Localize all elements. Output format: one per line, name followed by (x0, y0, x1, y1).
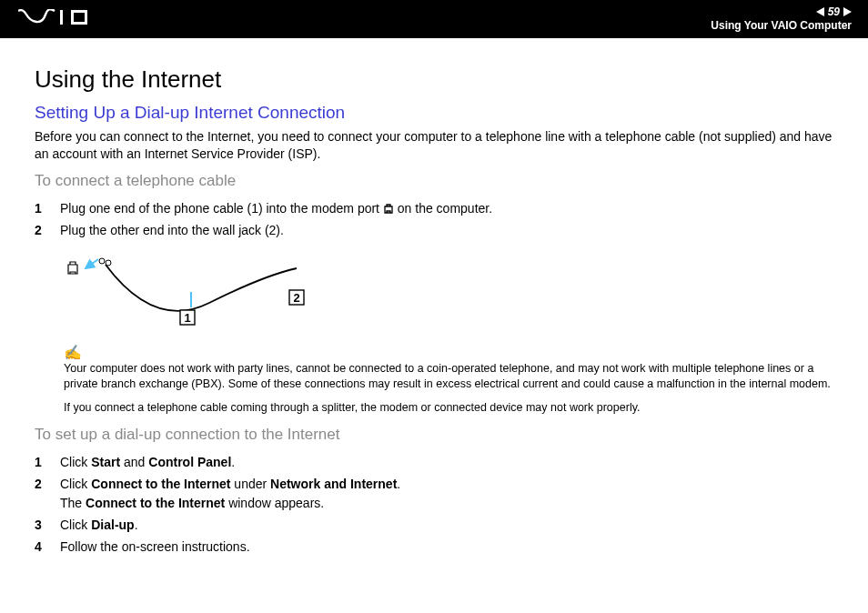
prev-page-arrow-icon[interactable] (816, 7, 824, 16)
steps-list-1: 1 Plug one end of the phone cable (1) in… (35, 199, 833, 240)
step-text: Click Connect to the Internet under Netw… (60, 475, 833, 512)
page-nav: 59 (711, 6, 852, 17)
svg-point-1 (99, 258, 105, 264)
modem-port-icon (383, 204, 394, 214)
step-item: 1 Click Start and Control Panel. (35, 453, 833, 471)
step-text: Plug one end of the phone cable (1) into… (60, 199, 833, 217)
step-item: 2 Click Connect to the Internet under Ne… (35, 475, 833, 512)
note-text-2: If you connect a telephone cable coming … (64, 400, 833, 415)
subsection-title-1: To connect a telephone cable (35, 172, 833, 190)
step-text: Click Dial-up. (60, 516, 833, 534)
step-item: 2 Plug the other end into the wall jack … (35, 221, 833, 239)
step-text: Plug the other end into the wall jack (2… (60, 221, 833, 239)
intro-paragraph: Before you can connect to the Internet, … (35, 128, 833, 163)
step-text: Click Start and Control Panel. (60, 453, 833, 471)
page-number: 59 (828, 6, 840, 17)
next-page-arrow-icon[interactable] (843, 7, 852, 16)
note-text-1: Your computer does not work with party l… (64, 361, 833, 391)
steps-list-2: 1 Click Start and Control Panel. 2 Click… (35, 453, 833, 556)
svg-text:1: 1 (184, 311, 190, 325)
step-item: 1 Plug one end of the phone cable (1) in… (35, 199, 833, 217)
cable-diagram: 1 2 (64, 257, 328, 330)
note-block: ✍ Your computer does not work with party… (64, 344, 833, 415)
header-right: 59 Using Your VAIO Computer (711, 6, 852, 32)
svg-text:2: 2 (293, 291, 299, 305)
step-item: 4 Follow the on-screen instructions. (35, 538, 833, 556)
page-content: Using the Internet Setting Up a Dial-up … (0, 38, 868, 557)
step-number: 2 (35, 221, 60, 239)
note-pencil-icon: ✍ (64, 344, 833, 361)
page-title: Using the Internet (35, 65, 833, 94)
step-number: 4 (35, 538, 60, 556)
svg-rect-0 (60, 10, 63, 25)
step-number: 1 (35, 199, 60, 217)
step-item: 3 Click Dial-up. (35, 516, 833, 534)
step-number: 2 (35, 475, 60, 493)
step-number: 1 (35, 453, 60, 471)
step-number: 3 (35, 516, 60, 534)
vaio-logo (18, 9, 102, 29)
header-bar: 59 Using Your VAIO Computer (0, 0, 868, 38)
section-subtitle: Setting Up a Dial-up Internet Connection (35, 103, 833, 123)
breadcrumb: Using Your VAIO Computer (711, 19, 852, 32)
subsection-title-2: To set up a dial-up connection to the In… (35, 426, 833, 444)
step-text: Follow the on-screen instructions. (60, 538, 833, 556)
